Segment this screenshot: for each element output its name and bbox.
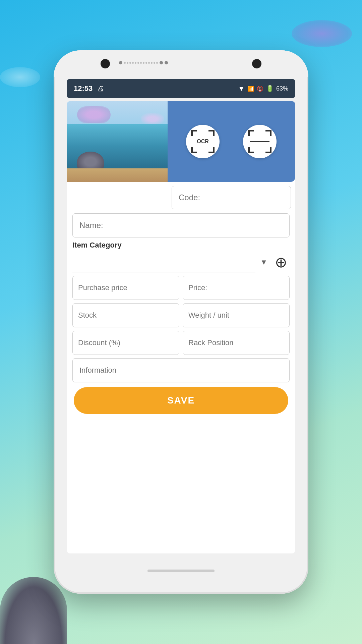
signal-icon: 📶 — [247, 86, 254, 92]
name-input[interactable] — [72, 213, 290, 237]
stock-input[interactable] — [72, 303, 179, 327]
ocr-icon: OCR — [191, 130, 215, 153]
discount-rack-row — [67, 331, 295, 355]
phone-frame: 12:53 🖨 ▼ 📶 📵 🔋 63% — [54, 50, 308, 594]
battery-percent: 63% — [276, 85, 288, 92]
add-category-button[interactable]: ⊕ — [272, 254, 290, 271]
category-section: Item Category ▼ ⊕ — [67, 241, 295, 276]
purchase-price-input[interactable] — [72, 276, 179, 300]
code-section — [67, 182, 295, 209]
discount-input[interactable] — [72, 331, 179, 355]
category-row: ▼ ⊕ — [72, 252, 290, 272]
code-field-wrap — [168, 182, 295, 209]
code-spacer — [67, 182, 168, 209]
weight-input[interactable] — [183, 303, 290, 327]
status-right: ▼ 📶 📵 🔋 63% — [238, 85, 288, 93]
camera-left — [101, 59, 110, 68]
category-label: Item Category — [72, 241, 290, 250]
add-icon: ⊕ — [275, 255, 287, 270]
name-section — [67, 209, 295, 241]
information-input[interactable] — [72, 358, 290, 382]
category-dropdown[interactable] — [72, 252, 255, 272]
home-indicator — [147, 570, 215, 572]
price-row — [67, 276, 295, 300]
code-input[interactable] — [172, 186, 291, 209]
cloud-1 — [77, 106, 111, 123]
camera-far — [252, 59, 261, 68]
rack-position-input[interactable] — [183, 331, 290, 355]
phone-content: OCR — [67, 101, 295, 553]
cloud-2 — [141, 113, 164, 125]
wifi-icon: ▼ — [238, 85, 245, 93]
scan-icon — [248, 130, 272, 153]
product-image — [67, 101, 168, 182]
status-time: 12:53 — [74, 84, 93, 93]
phone-top-bezel — [54, 50, 308, 77]
ocr-section: OCR — [168, 101, 295, 182]
stock-weight-row — [67, 303, 295, 327]
ocr-button[interactable]: OCR — [186, 125, 220, 158]
price-input[interactable] — [183, 276, 290, 300]
scan-button[interactable] — [243, 125, 277, 158]
top-section: OCR — [67, 101, 295, 182]
dropdown-arrow-icon: ▼ — [260, 258, 267, 267]
phone-bottom — [147, 553, 215, 580]
battery-icon: 🔋 — [266, 85, 274, 92]
printer-icon: 🖨 — [97, 85, 104, 93]
information-section — [67, 358, 295, 382]
ocr-label: OCR — [197, 139, 209, 145]
sand-bg — [67, 168, 168, 182]
save-button[interactable]: SAVE — [74, 387, 288, 414]
status-bar: 12:53 🖨 ▼ 📶 📵 🔋 63% — [67, 79, 295, 98]
signal-icon-2: 📵 — [257, 86, 263, 92]
status-left: 12:53 🖨 — [74, 84, 104, 93]
